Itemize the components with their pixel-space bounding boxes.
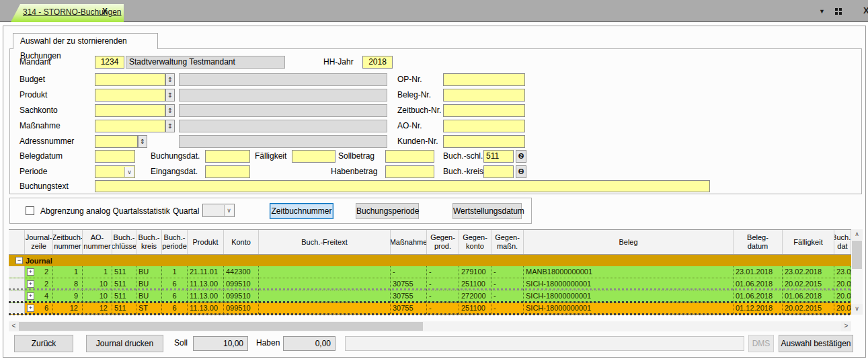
massnahme-input[interactable] [95, 120, 165, 132]
expand-icon[interactable]: + [27, 280, 34, 288]
buch-schl-info-icon[interactable]: Ѳ [516, 150, 526, 163]
mandant-code-input[interactable]: 1234 [95, 56, 124, 69]
column-header[interactable]: Gegen- konto [459, 230, 491, 254]
tab-auswahl[interactable]: Auswahl der zu stornierenden Buchungen [13, 33, 158, 49]
buch-schl-label: Buch.-schl. [443, 151, 483, 161]
column-header[interactable]: AO- nummer [83, 230, 112, 254]
zeitbuch-nr-input[interactable] [443, 104, 525, 117]
column-header[interactable]: Fälligkeit [783, 230, 834, 254]
quartal-select[interactable]: ∨ [202, 204, 235, 217]
hh-jahr-input[interactable]: 2018 [362, 56, 393, 69]
table-cell: 511 [112, 290, 136, 302]
expand-icon[interactable]: + [27, 268, 34, 276]
sollbetrag-input[interactable] [385, 150, 434, 163]
column-header[interactable]: Gegen- maßn. [491, 230, 524, 254]
column-header[interactable]: Beleg- datum [734, 230, 783, 254]
periode-select[interactable]: ∨ [95, 165, 135, 178]
buch-schl-input[interactable]: 511 [483, 150, 514, 163]
auswahl-bestaetigen-button[interactable]: Auswahl bestätigen [779, 335, 853, 352]
budget-input[interactable] [95, 73, 165, 86]
produkt-input[interactable] [95, 89, 165, 102]
close-icon[interactable]: X [863, 5, 868, 15]
adressnummer-input[interactable] [95, 135, 138, 148]
chevron-down-icon[interactable]: ∨ [224, 205, 233, 216]
column-header[interactable]: Buch.- kreis [136, 230, 162, 254]
expand-icon[interactable]: + [27, 292, 34, 300]
zeitbuchnummer-button[interactable]: Zeitbuchnummer [270, 203, 333, 219]
table-cell: 251100 [459, 303, 491, 314]
dms-button[interactable]: DMS [748, 335, 774, 352]
scroll-left-icon[interactable]: < [9, 321, 19, 331]
zurueck-button[interactable]: Zurück [14, 335, 73, 352]
collapse-icon[interactable]: − [15, 257, 23, 264]
table-cell: 6 [162, 303, 188, 314]
journal-group-label: Journal [26, 257, 52, 265]
faelligkeit-input[interactable] [292, 150, 336, 163]
budget-lookup-icon[interactable]: ⇕ [165, 73, 175, 86]
column-header[interactable]: Gegen- prod. [427, 230, 459, 254]
belegdatum-input[interactable] [95, 150, 135, 163]
abgrenzung-checkbox[interactable] [26, 206, 34, 215]
massnahme-label: Maßnahme [19, 121, 61, 130]
column-header[interactable]: Produkt [188, 230, 224, 254]
table-cell [259, 303, 391, 314]
table-cell: 272000 [459, 290, 491, 302]
produkt-lookup-icon[interactable]: ⇕ [165, 89, 175, 102]
buchungstext-input[interactable] [95, 180, 710, 192]
buchungsperiode-button[interactable]: Buchungsperiode [356, 203, 419, 219]
column-header[interactable]: Zeitbuch- nummer [53, 230, 83, 254]
column-header[interactable]: Konto [224, 230, 259, 254]
scroll-down-icon[interactable]: ∨ [851, 304, 863, 315]
vertical-scrollbar-thumb[interactable] [852, 241, 862, 269]
table-cell: 30755 [391, 303, 427, 314]
expand-icon[interactable]: + [27, 305, 34, 312]
adressnummer-lookup-icon[interactable]: ⇕ [138, 135, 147, 148]
column-header[interactable]: Beleg [524, 230, 734, 254]
table-cell: 12 [83, 303, 112, 314]
column-header[interactable]: Maßnahme [391, 230, 427, 254]
buch-kreis-info-icon[interactable]: Ѳ [516, 165, 526, 178]
chevron-down-icon[interactable]: ▼ [819, 8, 825, 15]
window-grid-icon[interactable] [835, 8, 838, 11]
tab-close-icon[interactable]: X [102, 7, 108, 16]
journal-group-row[interactable]: − Journal [9, 255, 851, 266]
column-header[interactable]: Buch.- dat [834, 230, 851, 254]
table-cell: SICH-18000000001 [524, 290, 734, 302]
chevron-down-icon[interactable]: ∨ [124, 167, 134, 177]
sachkonto-lookup-icon[interactable]: ⇕ [165, 104, 175, 117]
table-cell: 1 [53, 266, 83, 278]
buch-kreis-input[interactable] [483, 165, 514, 178]
journal-drucken-button[interactable]: Journal drucken [86, 335, 163, 352]
wertstellungsdatum-button[interactable]: Wertstellungsdatum [452, 203, 522, 219]
scroll-up-icon[interactable]: ∧ [851, 229, 863, 240]
horizontal-scrollbar-thumb[interactable] [19, 322, 423, 331]
habenbetrag-input[interactable] [385, 165, 434, 178]
buchungsdat-input[interactable] [205, 150, 250, 163]
beleg-nr-input[interactable] [443, 89, 525, 102]
sachkonto-label: Sachkonto [19, 106, 58, 115]
faelligkeit-label: Fälligkeit [255, 151, 286, 161]
column-header[interactable]: Buch.- chlüsse [112, 230, 136, 254]
table-row[interactable]: +211511BU121.11.01442300--279100-MANB180… [9, 266, 851, 278]
massnahme-lookup-icon[interactable]: ⇕ [165, 120, 175, 132]
table-cell: 01.06.2018 [734, 290, 783, 302]
kunden-nr-input[interactable] [443, 135, 525, 148]
column-header[interactable]: Buch.- periode [162, 230, 188, 254]
abgrenzung-checkbox-label: Abgrenzung analog Quartalsstatistik [40, 206, 170, 216]
eingangsdat-input[interactable] [205, 165, 250, 178]
vertical-scrollbar[interactable]: ∧ ∨ [851, 229, 863, 315]
adressnummer-text-field [179, 135, 387, 148]
ao-nr-input[interactable] [443, 120, 525, 132]
op-nr-input[interactable] [443, 73, 525, 86]
row-gutter-header[interactable] [9, 230, 25, 254]
column-header[interactable]: Buch.-Freitext [259, 230, 391, 254]
buch-kreis-label: Buch.-kreis [443, 167, 483, 176]
horizontal-scrollbar[interactable]: < > [9, 321, 851, 331]
column-header[interactable]: Journal- zeile [25, 230, 53, 254]
table-cell: +2 [25, 266, 53, 278]
produkt-text-field [179, 89, 387, 102]
selection-ants-line [9, 301, 851, 303]
scroll-right-icon[interactable]: > [841, 321, 851, 331]
sachkonto-input[interactable] [95, 104, 165, 117]
table-cell: SICH-18000000001 [524, 303, 734, 314]
